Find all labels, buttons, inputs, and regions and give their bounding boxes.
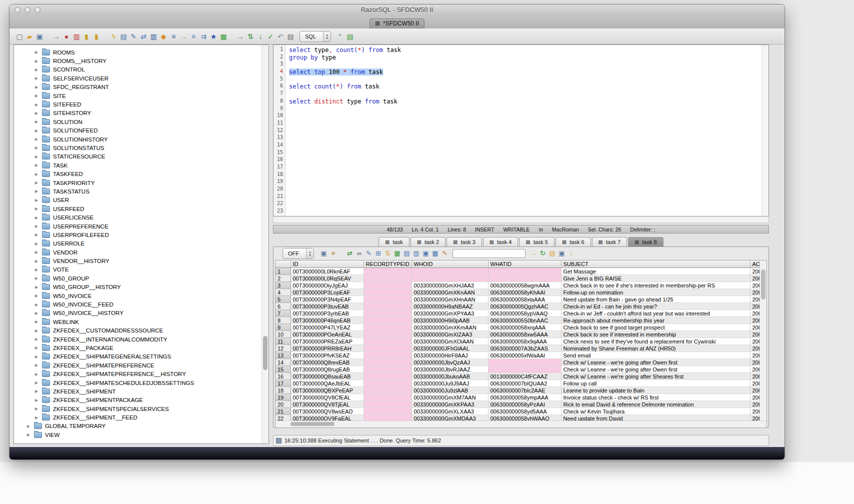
cell-subject[interactable]: Send email <box>561 352 750 359</box>
execute-lightning-icon[interactable]: ϟ <box>108 32 118 42</box>
disclosure-triangle-icon[interactable]: ▶ <box>27 432 33 437</box>
row-number[interactable]: 15 <box>276 366 290 373</box>
cell-whoid[interactable]: 0033000000GmXKmAAN <box>412 324 488 331</box>
tree-item[interactable]: ▶ZKFEDEX__CUSTOMADDRESSSOURCE <box>14 326 262 335</box>
cell-id[interactable]: 00T3000000P3LopEAF <box>290 289 364 296</box>
disclosure-triangle-icon[interactable]: ▶ <box>35 416 41 420</box>
cell-recordtypeid[interactable] <box>364 324 412 331</box>
disclosure-triangle-icon[interactable]: ▶ <box>35 389 41 394</box>
glasses-icon[interactable]: ∞ <box>354 248 364 258</box>
cell-whoid[interactable]: 0033000000JbvQzAAJ <box>412 359 488 366</box>
bookmark-icon[interactable]: ◆ <box>158 32 168 42</box>
table-vscrollbar[interactable] <box>760 260 766 421</box>
cell-id[interactable]: 00T3000000L0RknEAF <box>290 268 364 275</box>
cell-whoid[interactable]: 0033000000GmXLXAA3 <box>412 408 488 415</box>
cell-id[interactable]: 00T3000000L0RqSEAV <box>290 275 364 282</box>
row-number[interactable]: 9 <box>276 324 290 331</box>
execute-fetch-icon[interactable]: ▤ <box>118 32 128 42</box>
cell-subject[interactable]: Check-in w/ Jeff - couldn't afford last … <box>561 310 750 317</box>
swap-arrows-icon[interactable]: ⇅ <box>246 32 256 42</box>
cell-subject[interactable]: Check w/ Leanne - we're going after Owen… <box>561 366 750 373</box>
disclosure-triangle-icon[interactable]: ▶ <box>35 206 41 211</box>
cell-whatid[interactable]: 006300000058xw5AAA <box>488 331 561 338</box>
result-tab[interactable]: ⊠task 2 <box>410 237 446 246</box>
disclosure-triangle-icon[interactable]: ▶ <box>35 406 41 411</box>
cell-id[interactable]: 00T3000000PRR8rEAH <box>290 345 364 352</box>
cell-subject[interactable]: Get Massage <box>561 268 750 275</box>
new-database-icon[interactable]: ▮ <box>82 32 92 42</box>
go-arrow-icon[interactable]: → <box>236 32 246 42</box>
cell-id[interactable]: 00T3000000OiyJgEAJ <box>290 282 364 289</box>
row-number[interactable]: 14 <box>276 359 290 366</box>
cell-whoid[interactable]: 0033000000GmXKnAAN <box>412 289 488 296</box>
disclosure-triangle-icon[interactable]: ▶ <box>35 163 41 168</box>
cell-subject[interactable]: Check w/ Leanne - we're going after Shea… <box>561 373 750 380</box>
cell-recordtypeid[interactable] <box>364 345 412 352</box>
row-number[interactable]: 12 <box>276 345 290 352</box>
copy-table-icon[interactable]: ▦ <box>430 248 440 258</box>
row-number[interactable]: 16 <box>276 373 290 380</box>
filter-icon[interactable]: ≡ <box>328 248 338 258</box>
tab-close-icon[interactable]: ⊠ <box>490 239 494 246</box>
tree-item[interactable]: ▶ZKFEDEX__SHIPMATEPREFERENCE__HISTORY <box>14 370 262 378</box>
cell-recordtypeid[interactable] <box>364 310 412 317</box>
refresh-results-icon[interactable]: ⇄ <box>345 248 354 258</box>
statement-type-select[interactable]: SQL ▴▾ <box>300 31 331 42</box>
cell-id[interactable]: 00T3000000QV8wsEAD <box>290 408 364 415</box>
tree-item[interactable]: ▶W50_GROUP <box>14 274 262 282</box>
tree-item[interactable]: ▶ROOMS__HISTORY <box>14 56 262 65</box>
cell-whoid[interactable]: 0033000000GmXM7AAN <box>412 394 488 401</box>
row-number[interactable]: 7 <box>276 310 290 317</box>
tree-item[interactable]: ▶ZKFEDEX__SHIPMENT <box>14 387 262 396</box>
tree-item[interactable]: ▶ZKFEDEX__SHIPMENT__FEED <box>14 413 262 422</box>
column-header[interactable]: RECORDTYPEID <box>364 260 412 268</box>
tree-item[interactable]: ▶SITE <box>14 92 262 100</box>
cell-whoid[interactable]: 0033000000GmXOiAAN <box>412 338 488 345</box>
tree-item[interactable]: ▶VENDOR <box>14 248 262 256</box>
result-tab[interactable]: ⊠task 4 <box>483 237 518 246</box>
brush-icon[interactable]: ✎ <box>440 248 450 258</box>
tree-item[interactable]: ▶SITEHISTORY <box>14 109 262 118</box>
disclosure-triangle-icon[interactable]: ▶ <box>35 268 41 272</box>
table-hscrollbar-thumb[interactable] <box>290 422 334 426</box>
disclosure-triangle-icon[interactable]: ▶ <box>35 259 41 264</box>
disclosure-triangle-icon[interactable]: ▶ <box>35 180 41 185</box>
disclosure-triangle-icon[interactable]: ▶ <box>35 154 41 159</box>
cell-whatid[interactable]: 006300000058xrqAAA <box>488 324 561 331</box>
cell-recordtypeid[interactable] <box>364 268 412 275</box>
row-number[interactable]: 8 <box>276 317 290 324</box>
new-file-icon[interactable]: ▢ <box>14 32 24 42</box>
cell-whatid[interactable]: 00630000007bIQUAA2 <box>488 380 561 387</box>
cell-whoid[interactable]: 0033000000GmXKPAA3 <box>412 401 488 408</box>
cell-recordtypeid[interactable] <box>364 282 412 289</box>
tree-item[interactable]: ▶SELFSERVICEUSER <box>14 74 262 82</box>
results-search-input[interactable] <box>452 249 526 258</box>
tree-item[interactable]: ▶SOLUTIONFEED <box>14 126 262 135</box>
tree-item[interactable]: ▶VOTE <box>14 266 262 274</box>
cell-id[interactable]: 00T3000000P47LYEAZ <box>290 324 364 331</box>
disclosure-triangle-icon[interactable]: ▶ <box>35 198 41 202</box>
cell-recordtypeid[interactable] <box>364 387 412 394</box>
disclosure-triangle-icon[interactable]: ▶ <box>35 354 41 359</box>
cell-whoid[interactable] <box>412 275 488 282</box>
cell-whatid[interactable]: 0013000000C4fFCAAZ <box>488 373 561 380</box>
tab-close-icon[interactable]: ⊠ <box>375 19 380 28</box>
results-filter-select[interactable]: OFF ▴▾ <box>282 248 314 259</box>
cell-whoid[interactable]: 0033000000H9i0pAAB <box>412 317 488 324</box>
cell-recordtypeid[interactable] <box>364 408 412 415</box>
cell-subject[interactable]: Check w/ Leanne - we're going after Owen… <box>561 359 750 366</box>
cell-subject[interactable]: Check back in to see if she's interested… <box>561 282 750 289</box>
save-results-icon[interactable]: ▣ <box>319 248 328 258</box>
cell-whoid[interactable]: 0033000000HirF8AAJ <box>412 352 488 359</box>
row-number[interactable]: 21 <box>276 408 290 415</box>
disclosure-triangle-icon[interactable]: ▶ <box>35 128 41 133</box>
table-vscrollbar-thumb[interactable] <box>761 270 766 300</box>
tab-close-icon[interactable]: ⊠ <box>598 239 603 246</box>
cell-id[interactable]: 00T3000000QAeJbEAL <box>290 380 364 387</box>
tree-item[interactable]: ▶USERLICENSE <box>14 213 262 222</box>
disclosure-triangle-icon[interactable]: ▶ <box>35 146 41 150</box>
open-folder-icon[interactable]: ▰ <box>24 32 34 42</box>
cell-id[interactable]: 00T3000000P3yrbEAB <box>290 310 364 317</box>
cell-whatid[interactable]: 006300000058ypVAAQ <box>488 310 561 317</box>
edit-cell-icon[interactable]: ✎ <box>364 248 374 258</box>
